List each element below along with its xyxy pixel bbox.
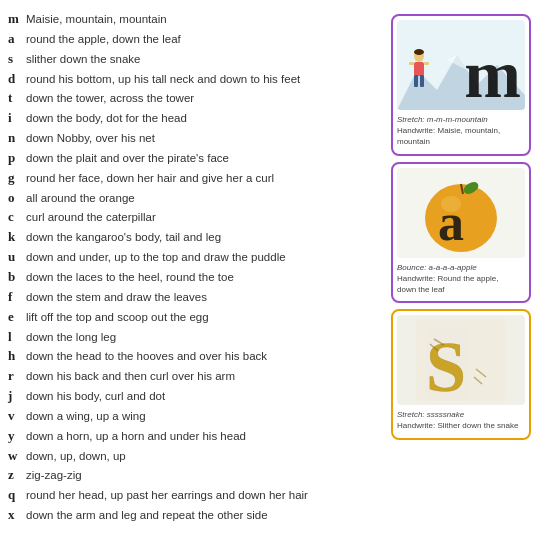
- letter-row: dround his bottom, up his tall neck and …: [8, 70, 383, 89]
- letter-desc: down a horn, up a horn and under his hea…: [26, 428, 246, 445]
- letter-desc: round the apple, down the leaf: [26, 31, 181, 48]
- svg-rect-4: [414, 62, 424, 76]
- letter-char: z: [8, 466, 26, 485]
- letter-row: wdown, up, down, up: [8, 447, 383, 466]
- letter-row: zzig-zag-zig: [8, 466, 383, 485]
- letter-row: ccurl around the caterpillar: [8, 208, 383, 227]
- letter-char: x: [8, 506, 26, 525]
- letter-desc: lift off the top and scoop out the egg: [26, 309, 209, 326]
- letter-char: f: [8, 288, 26, 307]
- page: mMaisie, mountain, mountainaround the ap…: [0, 0, 543, 542]
- letter-desc: down his body, curl and dot: [26, 388, 165, 405]
- m-card-caption: Stretch: m-m-m-mountain Handwrite: Maisi…: [397, 114, 525, 148]
- letter-char: h: [8, 347, 26, 366]
- letter-char: s: [8, 50, 26, 69]
- letter-row: ndown Nobby, over his net: [8, 129, 383, 148]
- letter-desc: down and under, up to the top and draw t…: [26, 249, 286, 266]
- card-m: m Stretch: m-m-m-mo: [391, 14, 531, 156]
- svg-rect-6: [420, 75, 424, 87]
- letter-row: ldown the long leg: [8, 328, 383, 347]
- letter-desc: slither down the snake: [26, 51, 140, 68]
- letter-row: oall around the orange: [8, 189, 383, 208]
- letter-row: udown and under, up to the top and draw …: [8, 248, 383, 267]
- svg-rect-7: [409, 62, 414, 65]
- letter-char: g: [8, 169, 26, 188]
- letter-desc: down the kangaroo's body, tail and leg: [26, 229, 221, 246]
- m-card-image: m: [397, 20, 525, 110]
- letter-desc: round his bottom, up his tall neck and d…: [26, 71, 300, 88]
- letter-row: mMaisie, mountain, mountain: [8, 10, 383, 29]
- letter-char: m: [8, 10, 26, 29]
- letter-row: kdown the kangaroo's body, tail and leg: [8, 228, 383, 247]
- cards-column: m Stretch: m-m-m-mo: [387, 10, 535, 532]
- letter-char: a: [8, 30, 26, 49]
- card-a: a Bounce: a-a-a-a-apple Handwrite: Round…: [391, 162, 531, 304]
- letter-char: q: [8, 486, 26, 505]
- letter-desc: down the head to the hooves and over his…: [26, 348, 267, 365]
- letter-char: y: [8, 427, 26, 446]
- letter-char: w: [8, 447, 26, 466]
- letter-row: idown the body, dot for the head: [8, 109, 383, 128]
- letter-desc: down the plait and over the pirate's fac…: [26, 150, 229, 167]
- letter-row: fdown the stem and draw the leaves: [8, 288, 383, 307]
- letter-char: l: [8, 328, 26, 347]
- letter-char: t: [8, 89, 26, 108]
- letter-char: d: [8, 70, 26, 89]
- letter-desc: round her face, down her hair and give h…: [26, 170, 274, 187]
- figure-m: [407, 48, 431, 92]
- letter-char: p: [8, 149, 26, 168]
- letter-char: j: [8, 387, 26, 406]
- letter-desc: down the tower, across the tower: [26, 90, 194, 107]
- a-card-image: a: [397, 168, 525, 258]
- letter-char: u: [8, 248, 26, 267]
- letter-desc: down the arm and leg and repeat the othe…: [26, 507, 268, 524]
- letter-row: bdown the laces to the heel, round the t…: [8, 268, 383, 287]
- letter-desc: down the laces to the heel, round the to…: [26, 269, 234, 286]
- letter-row: sslither down the snake: [8, 50, 383, 69]
- letter-row: xdown the arm and leg and repeat the oth…: [8, 506, 383, 525]
- letter-list: mMaisie, mountain, mountainaround the ap…: [8, 10, 387, 532]
- letter-desc: Maisie, mountain, mountain: [26, 11, 167, 28]
- letter-char: i: [8, 109, 26, 128]
- letter-desc: down the long leg: [26, 329, 116, 346]
- letter-row: qround her head, up past her earrings an…: [8, 486, 383, 505]
- letter-row: tdown the tower, across the tower: [8, 89, 383, 108]
- letter-desc: down the body, dot for the head: [26, 110, 187, 127]
- svg-text:a: a: [438, 194, 464, 251]
- snake-svg: S S: [416, 319, 506, 401]
- letter-char: c: [8, 208, 26, 227]
- letter-char: k: [8, 228, 26, 247]
- letter-row: around the apple, down the leaf: [8, 30, 383, 49]
- letter-row: rdown his back and then curl over his ar…: [8, 367, 383, 386]
- letter-desc: down Nobby, over his net: [26, 130, 155, 147]
- letter-desc: curl around the caterpillar: [26, 209, 156, 226]
- letter-row: vdown a wing, up a wing: [8, 407, 383, 426]
- letter-desc: down the stem and draw the leaves: [26, 289, 207, 306]
- s-card-caption: Stretch: sssssnake Handwrite: Slither do…: [397, 409, 525, 431]
- a-card-caption: Bounce: a-a-a-a-apple Handwrite: Round t…: [397, 262, 525, 296]
- svg-rect-8: [424, 62, 429, 65]
- letter-desc: round her head, up past her earrings and…: [26, 487, 308, 504]
- svg-text:S: S: [426, 327, 466, 401]
- svg-point-3: [414, 49, 424, 55]
- svg-rect-5: [414, 75, 418, 87]
- letter-row: ground her face, down her hair and give …: [8, 169, 383, 188]
- letter-desc: all around the orange: [26, 190, 135, 207]
- letter-desc: down, up, down, up: [26, 448, 126, 465]
- apple-svg: a: [416, 172, 506, 254]
- letter-row: pdown the plait and over the pirate's fa…: [8, 149, 383, 168]
- letter-char: b: [8, 268, 26, 287]
- letter-row: jdown his body, curl and dot: [8, 387, 383, 406]
- card-s: S S Stretch: sssssnake Handwrite: Slithe…: [391, 309, 531, 439]
- letter-row: elift off the top and scoop out the egg: [8, 308, 383, 327]
- letter-desc: down a wing, up a wing: [26, 408, 146, 425]
- letter-desc: down his back and then curl over his arm: [26, 368, 235, 385]
- letter-char: e: [8, 308, 26, 327]
- letter-char: n: [8, 129, 26, 148]
- letter-desc: zig-zag-zig: [26, 467, 82, 484]
- deco-m-letter: m: [464, 40, 521, 108]
- letter-char: r: [8, 367, 26, 386]
- letter-row: ydown a horn, up a horn and under his he…: [8, 427, 383, 446]
- letter-char: o: [8, 189, 26, 208]
- letter-row: hdown the head to the hooves and over hi…: [8, 347, 383, 366]
